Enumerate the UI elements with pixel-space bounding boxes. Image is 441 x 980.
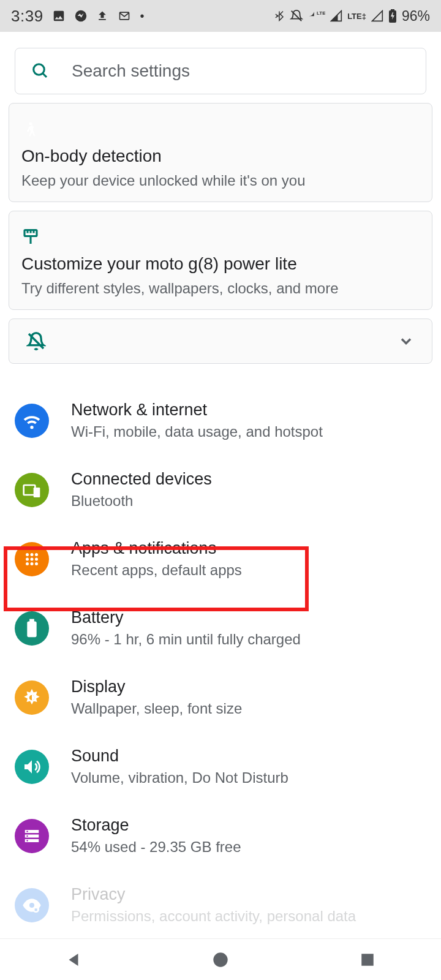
item-subtitle: Volume, vibration, Do Not Disturb (71, 769, 288, 786)
search-icon (31, 62, 50, 80)
signal-icon (330, 10, 342, 22)
item-subtitle: Bluetooth (71, 492, 212, 510)
item-subtitle: Wi-Fi, mobile, data usage, and hotspot (71, 423, 323, 440)
item-title: Privacy (71, 885, 356, 904)
item-title: Storage (71, 816, 241, 835)
svg-rect-38 (361, 954, 374, 966)
svg-point-18 (35, 553, 38, 556)
svg-point-33 (26, 840, 28, 842)
chevron-down-icon (398, 333, 415, 350)
battery-icon (388, 9, 397, 23)
signal2-icon (371, 10, 383, 22)
svg-text:LTE: LTE (317, 10, 325, 16)
status-bar: 3:39 • LTE LTE‡ (0, 0, 441, 32)
svg-rect-4 (391, 9, 394, 11)
card-title: Customize your moto g(8) power lite (21, 254, 420, 274)
svg-point-32 (26, 835, 28, 837)
nav-home-button[interactable] (209, 949, 232, 971)
system-nav-bar (0, 938, 441, 980)
item-privacy[interactable]: Privacy Permissions, account activity, p… (0, 870, 441, 940)
svg-point-23 (31, 562, 34, 565)
messenger-icon (74, 9, 88, 23)
apps-icon (15, 542, 49, 576)
svg-point-21 (35, 557, 38, 560)
status-time: 3:39 (11, 7, 43, 26)
item-subtitle: 96% - 1 hr, 6 min until fully charged (71, 631, 301, 648)
card-customize[interactable]: Customize your moto g(8) power lite Try … (9, 211, 432, 310)
item-title: Network & internet (71, 401, 323, 420)
search-settings[interactable]: Search settings (15, 48, 426, 94)
battery-percent: 96% (402, 8, 430, 24)
svg-point-17 (31, 553, 34, 556)
svg-rect-26 (29, 619, 34, 622)
item-display[interactable]: Display Wallpaper, sleep, font size (0, 663, 441, 732)
battery-icon (15, 611, 49, 646)
status-left: 3:39 • (11, 7, 145, 26)
item-title: Display (71, 677, 242, 696)
settings-list: Network & internet Wi-Fi, mobile, data u… (0, 386, 441, 940)
svg-point-20 (31, 557, 34, 560)
privacy-icon (15, 888, 49, 922)
item-subtitle: Wallpaper, sleep, font size (71, 700, 242, 717)
item-subtitle: Recent apps, default apps (71, 562, 242, 579)
svg-rect-15 (34, 488, 40, 497)
svg-point-37 (213, 952, 227, 967)
svg-point-24 (35, 562, 38, 565)
storage-icon (15, 819, 49, 853)
gmail-icon (117, 10, 132, 22)
paint-icon (21, 227, 40, 248)
item-storage[interactable]: Storage 54% used - 29.35 GB free (0, 801, 441, 870)
svg-rect-36 (35, 908, 37, 911)
svg-point-22 (26, 562, 29, 565)
brightness-icon (15, 680, 49, 715)
wifi-icon (15, 404, 49, 438)
bell-off-icon (26, 331, 46, 351)
svg-point-34 (29, 903, 34, 908)
item-title: Sound (71, 747, 288, 766)
more-dot-icon: • (140, 10, 145, 22)
item-subtitle: Permissions, account activity, personal … (71, 908, 356, 925)
status-right: LTE LTE‡ 96% (274, 8, 430, 24)
card-onbody-detection[interactable]: On-body detection Keep your device unloc… (9, 103, 432, 202)
svg-line-6 (43, 74, 47, 77)
item-battery[interactable]: Battery 96% - 1 hr, 6 min until fully ch… (0, 594, 441, 663)
devices-icon (15, 473, 49, 507)
item-title: Connected devices (71, 470, 212, 489)
volte-icon: LTE (308, 9, 325, 23)
item-connected-devices[interactable]: Connected devices Bluetooth (0, 455, 441, 524)
nav-back-button[interactable] (62, 949, 85, 971)
search-placeholder: Search settings (72, 61, 190, 81)
svg-point-31 (26, 831, 28, 832)
svg-point-19 (26, 557, 29, 560)
svg-point-5 (34, 64, 45, 75)
card-title: On-body detection (21, 146, 420, 166)
svg-point-7 (29, 123, 32, 126)
svg-point-16 (26, 553, 29, 556)
item-network-internet[interactable]: Network & internet Wi-Fi, mobile, data u… (0, 386, 441, 455)
lte-text: LTE‡ (347, 12, 366, 21)
image-icon (52, 9, 66, 23)
svg-rect-25 (27, 621, 36, 637)
walk-icon (21, 119, 40, 141)
upload-icon (96, 9, 108, 23)
sound-icon (15, 750, 49, 784)
card-do-not-disturb[interactable] (9, 318, 432, 364)
item-apps-notifications[interactable]: Apps & notifications Recent apps, defaul… (0, 524, 441, 594)
nav-recents-button[interactable] (356, 949, 379, 971)
item-title: Apps & notifications (71, 539, 242, 558)
dnd-icon (290, 9, 303, 23)
bluetooth-icon (274, 9, 285, 23)
svg-rect-14 (24, 485, 36, 495)
item-sound[interactable]: Sound Volume, vibration, Do Not Disturb (0, 732, 441, 801)
item-title: Battery (71, 608, 301, 627)
card-subtitle: Try different styles, wallpapers, clocks… (21, 280, 420, 297)
item-subtitle: 54% used - 29.35 GB free (71, 839, 241, 856)
card-subtitle: Keep your device unlocked while it's on … (21, 172, 420, 189)
